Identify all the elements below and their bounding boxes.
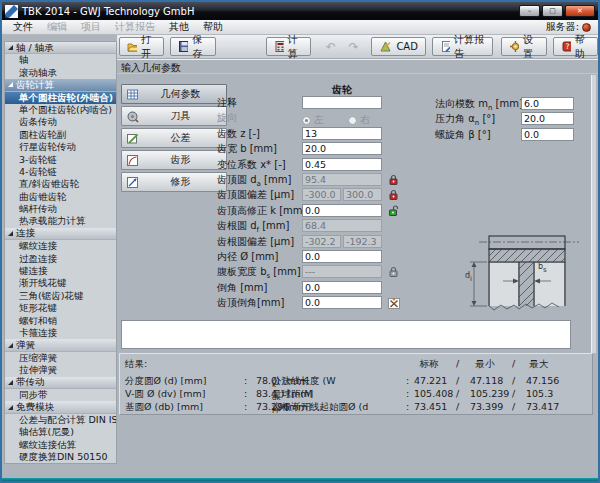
sidebar-item-label: 单个圆柱齿轮(外啮合) (19, 92, 113, 104)
sidebar-item[interactable]: 4-齿轮链 (5, 166, 116, 178)
minimize-button[interactable]: – (519, 5, 540, 17)
inner-diameter-input[interactable] (302, 250, 382, 263)
sidebar-item-label: 轴 (19, 54, 29, 66)
sidebar-item[interactable]: 螺纹连接估算 (5, 439, 116, 451)
sidebar-item[interactable]: 蜗杆传动 (5, 203, 116, 215)
svg-text:?: ? (565, 42, 569, 51)
sidebar-item[interactable]: 曲齿锥齿轮 (5, 191, 116, 203)
tip-correction-input[interactable] (302, 204, 382, 217)
main-panel: 输入几何参数 几何参数 刀具 公差 齿形 (117, 59, 598, 481)
sidebar-item[interactable]: 直/斜齿锥齿轮 (5, 178, 116, 190)
sidebar-group-header[interactable]: 弹簧 (5, 339, 116, 351)
ball-measurement-max: 105.3 (526, 388, 553, 399)
sidebar-item[interactable]: 卡箍连接 (5, 327, 116, 339)
diagram-di-label: di (465, 271, 472, 283)
inner-diameter-label: 内径 Ø [mm] (217, 250, 279, 264)
close-button[interactable]: ✕ (565, 5, 595, 17)
tip-correction-label: 齿顶高修正 k [mm] (217, 204, 306, 218)
help-icon: ? (561, 40, 571, 53)
expander-triangle-icon (8, 82, 13, 87)
tip-chamfer-label: 齿顶倒角[mm] (217, 296, 284, 310)
report-document-icon (440, 40, 450, 53)
sidebar-item[interactable]: 行星齿轮传动 (5, 141, 116, 153)
sidebar-group-header[interactable]: 连接 (5, 228, 116, 240)
save-button[interactable]: 保存 (170, 37, 215, 56)
sidebar-item[interactable]: 3-齿轮链 (5, 154, 116, 166)
base-tangent-length-min: 47.118 (470, 375, 503, 386)
sidebar-item[interactable]: 轴估算(尼曼) (5, 426, 116, 438)
sidebar-item-label: 齿条传动 (19, 116, 57, 128)
calculate-button[interactable]: 计算 (266, 37, 311, 56)
sidebar-item-label: 4-齿轮链 (19, 166, 57, 178)
sidebar-item[interactable]: 单个圆柱齿轮(外啮合) (5, 92, 116, 104)
sidebar-item[interactable]: 同步带 (5, 389, 116, 401)
sidebar-item[interactable]: 螺纹连接 (5, 240, 116, 252)
sidebar-item[interactable]: 公差与配合计算 DIN ISO 286 (5, 414, 116, 426)
report-button-label: 计算报告 (454, 33, 485, 61)
results-col-max: 最大 (514, 358, 564, 371)
helix-angle-input[interactable] (521, 128, 574, 141)
slash: / (456, 358, 459, 369)
face-width-input[interactable] (302, 142, 382, 155)
root-form-diameter-max: 73.417 (526, 401, 559, 412)
help-button[interactable]: ? 帮助 (553, 37, 598, 56)
menu-other[interactable]: 其他 (162, 20, 196, 34)
settings-button[interactable]: 设置 (501, 37, 546, 56)
chamfer-input[interactable] (302, 281, 382, 294)
sidebar-item[interactable]: 硬度换算DIN 50150 (5, 451, 116, 463)
titlebar[interactable]: TBK 2014 - GWJ Technology GmbH – □ ✕ (2, 2, 598, 20)
root-form-diameter-min: 73.399 (470, 401, 503, 412)
tip-chamfer-option-icon[interactable] (388, 297, 400, 313)
colon: : (244, 388, 247, 399)
sidebar-item-label: 键连接 (19, 265, 48, 277)
cad-button[interactable]: CAD (371, 37, 426, 56)
root-deviation-label: 齿根圆偏差 [µm] (217, 235, 294, 249)
sidebar-item[interactable]: 螺钉和销 (5, 315, 116, 327)
sidebar-item[interactable]: 拉伸弹簧 (5, 364, 116, 376)
sidebar-item[interactable]: 轴 (5, 54, 116, 66)
tip-deviation-lock-icon[interactable] (388, 189, 399, 205)
sidebar-item-label: 同步带 (19, 389, 48, 401)
settings-gear-icon (509, 40, 519, 53)
menu-project: 项目 (74, 20, 108, 34)
sidebar-item[interactable]: 压缩弹簧 (5, 352, 116, 364)
calculate-button-label: 计算 (288, 33, 303, 61)
web-width-lock-icon[interactable] (388, 266, 399, 282)
toolbar: 打开 保存 计算 ↶ ↷ CAD 计算报告 (117, 35, 598, 59)
sidebar-item-label: 3-齿轮链 (19, 154, 57, 166)
sidebar-item[interactable]: 热承载能力计算 (5, 215, 116, 227)
maximize-button[interactable]: □ (542, 5, 563, 17)
sidebar-item[interactable]: 键连接 (5, 265, 116, 277)
sidebar-item[interactable]: 滚动轴承 (5, 67, 116, 79)
cad-button-label: CAD (396, 41, 418, 52)
sidebar-item-label: 单个圆柱齿轮(内啮合) (19, 104, 112, 116)
pitch-diameter-label: 分度圆Ø (d) [mm] (125, 375, 206, 388)
slash: / (456, 401, 459, 412)
sidebar-group-header[interactable]: 免费模块 (5, 401, 116, 413)
open-button[interactable]: 打开 (119, 37, 164, 56)
sidebar-item-label: 圆柱齿轮副 (19, 129, 67, 141)
ball-measurement-label: 量球距(Mdk) [mm] (272, 388, 281, 402)
sidebar-item[interactable]: 单个圆柱齿轮(内啮合) (5, 104, 116, 116)
ball-measurement-min: 105.239 (470, 388, 509, 399)
sidebar-item[interactable]: 渐开线花键 (5, 277, 116, 289)
menu-file[interactable]: 文件 (6, 20, 40, 34)
pressure-angle-input[interactable] (521, 112, 574, 125)
profile-shift-input[interactable] (302, 158, 382, 171)
settings-button-label: 设置 (523, 33, 538, 61)
help-button-label: 帮助 (575, 33, 590, 61)
tip-chamfer-input[interactable] (302, 296, 382, 309)
sidebar-item-label: 滚动轴承 (19, 67, 57, 79)
sidebar-item[interactable]: 齿条传动 (5, 116, 116, 128)
sidebar-group-header[interactable]: 齿轮计算 (5, 79, 116, 91)
sidebar-group-header[interactable]: 带传动 (5, 377, 116, 389)
results-panel: 结果: 标称 / 最小 / 最大 分度圆Ø (d) [mm] : 78.0 公法… (119, 353, 593, 415)
sidebar-item[interactable]: 矩形花键 (5, 302, 116, 314)
sidebar-group-header[interactable]: 轴 / 轴承 (5, 42, 116, 54)
report-button[interactable]: 计算报告 (432, 37, 493, 56)
sidebar-item[interactable]: 圆柱齿轮副 (5, 129, 116, 141)
normal-module-input[interactable] (521, 97, 574, 110)
sidebar-item[interactable]: 三角(锯齿)花键 (5, 290, 116, 302)
root-deviation-lower-input (302, 235, 341, 248)
sidebar-item[interactable]: 过盈连接 (5, 253, 116, 265)
